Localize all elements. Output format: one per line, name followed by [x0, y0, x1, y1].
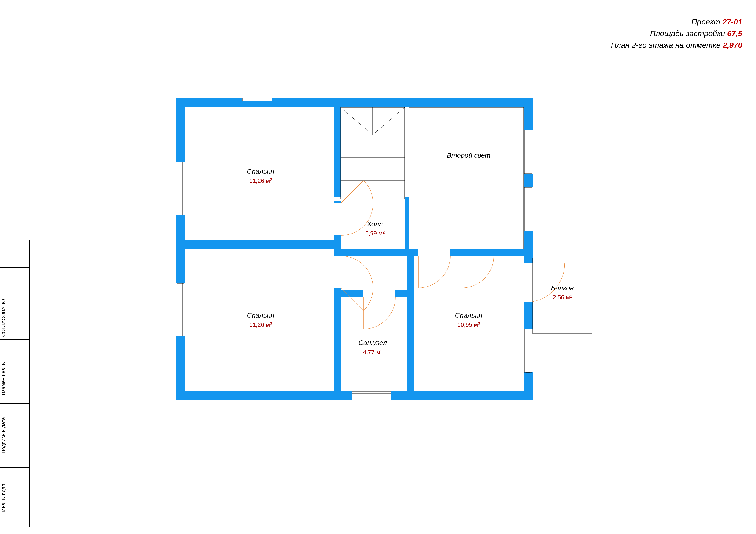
door-bedroom2 — [340, 256, 373, 311]
plan-label: План 2-го этажа на отметке — [611, 41, 720, 49]
svg-rect-0 — [176, 98, 533, 107]
area-value: 67,5 — [727, 29, 742, 38]
room-hall-name: Холл — [367, 220, 383, 228]
svg-rect-22 — [179, 162, 182, 215]
door-bath — [364, 297, 395, 329]
svg-rect-31 — [526, 187, 530, 231]
stairs-icon — [340, 107, 405, 199]
door-void — [462, 256, 494, 288]
project-label: Проект — [691, 17, 720, 26]
svg-rect-17 — [418, 249, 450, 256]
svg-rect-28 — [526, 130, 530, 174]
svg-rect-6 — [176, 240, 340, 249]
svg-rect-37 — [352, 394, 391, 397]
svg-rect-16 — [334, 256, 340, 288]
project-value: 27-01 — [722, 17, 742, 26]
svg-rect-18 — [364, 290, 395, 297]
room-bedroom3-area: 10,95 м2 — [457, 321, 480, 328]
room-bath-name: Сан.узел — [359, 339, 387, 346]
svg-rect-34 — [526, 329, 530, 372]
side-sign-date: Подпись и дата — [0, 415, 6, 456]
door-bedroom3 — [418, 256, 450, 288]
svg-rect-19 — [524, 263, 533, 302]
svg-rect-7 — [407, 249, 414, 400]
title-block: СОГЛАСОВАНО: Взамен инв. N Подпись и дат… — [0, 240, 30, 527]
svg-rect-15 — [334, 203, 340, 235]
svg-rect-50 — [409, 107, 524, 249]
side-agreed: СОГЛАСОВАНО: — [0, 295, 6, 339]
room-hall-area: 6,99 м2 — [365, 230, 385, 237]
room-bath-area: 4,77 м2 — [363, 349, 383, 356]
room-bedroom2-name: Спальня — [247, 312, 274, 319]
room-bedroom1-area: 11,26 м2 — [249, 177, 272, 184]
floor-plan: Спальня 11,26 м2 Спальня 11,26 м2 Спальн… — [176, 98, 610, 441]
svg-rect-10 — [405, 196, 409, 256]
room-bedroom3-name: Спальня — [455, 312, 482, 319]
side-inv-orig: Инв. N подл. — [0, 480, 6, 514]
svg-line-41 — [340, 107, 373, 135]
room-balcony-name: Балкон — [551, 284, 574, 292]
room-bedroom2-area: 11,26 м2 — [249, 321, 272, 328]
plan-value: 2,970 — [723, 41, 742, 49]
svg-rect-25 — [179, 283, 182, 336]
room-void-name: Второй свет — [447, 151, 490, 159]
drawing-header: Проект 27-01 Площадь застройки 67,5 План… — [611, 16, 742, 51]
svg-line-43 — [373, 107, 405, 135]
svg-rect-38 — [242, 98, 272, 101]
side-inv-replace: Взамен инв. N — [0, 359, 6, 397]
area-label: Площадь застройки — [650, 29, 725, 38]
room-bedroom1-name: Спальня — [247, 167, 274, 175]
room-balcony-area: 2,56 м2 — [553, 294, 572, 301]
